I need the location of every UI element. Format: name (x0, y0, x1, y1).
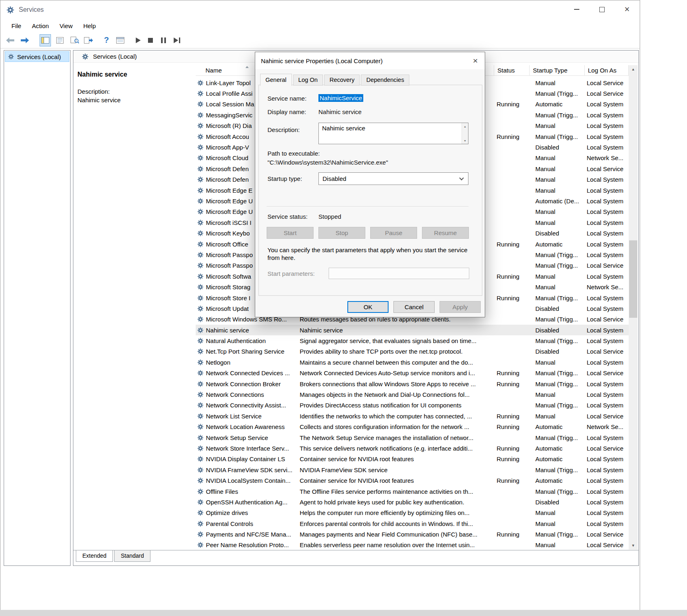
dialog-title: Nahimic service Properties (Local Comput… (261, 57, 382, 64)
service-log-on-as: Local System (585, 466, 629, 473)
scroll-up-icon[interactable]: ▲ (462, 123, 468, 129)
service-name: Microsoft Office (206, 241, 248, 248)
table-row[interactable]: Network List Service Identifies the netw… (196, 411, 629, 421)
service-startup-type: Manual (Trigg... (530, 262, 585, 269)
start-button: Start (267, 227, 314, 239)
table-row[interactable]: Net.Tcp Port Sharing Service Provides ab… (196, 346, 629, 357)
display-name-label: Display name: (267, 108, 306, 115)
service-name: NVIDIA Display Container LS (206, 455, 285, 462)
table-row[interactable]: Peer Name Resolution Proto... Enables se… (196, 540, 629, 550)
ok-button[interactable]: OK (347, 301, 389, 313)
back-button[interactable] (4, 34, 17, 46)
export-list-button[interactable] (82, 34, 95, 46)
service-name: Microsoft Keybo (206, 230, 250, 237)
table-row[interactable]: Network Connectivity Assist... Provides … (196, 400, 629, 411)
minimize-button[interactable] (564, 0, 589, 18)
tab-recovery[interactable]: Recovery (324, 75, 360, 86)
service-description: Provides ability to share TCP ports over… (298, 348, 494, 355)
tree-item-services-local[interactable]: Services (Local) (5, 51, 69, 62)
service-name: OpenSSH Authentication Ag... (206, 499, 287, 506)
tab-extended[interactable]: Extended (76, 550, 113, 562)
help-button[interactable]: ? (101, 34, 112, 46)
service-log-on-as: Local System (585, 455, 629, 462)
dialog-tab-page (258, 85, 482, 296)
service-gear-icon (197, 316, 204, 323)
table-row[interactable]: Network Connection Broker Brokers connec… (196, 378, 629, 389)
table-row[interactable]: Nahimic service Nahimic service Disabled… (196, 325, 629, 335)
table-row[interactable]: Offline Files The Offline Files service … (196, 486, 629, 497)
view-button[interactable] (115, 34, 126, 46)
service-gear-icon (197, 531, 204, 538)
table-row[interactable]: NVIDIA LocalSystem Contain... Container … (196, 475, 629, 486)
table-row[interactable]: Payments and NFC/SE Mana... Manages paym… (196, 529, 629, 539)
service-gear-icon (197, 144, 204, 151)
stop-service-button[interactable] (145, 34, 156, 46)
pause-service-button[interactable] (158, 34, 169, 46)
table-row[interactable]: NVIDIA Display Container LS Container se… (196, 454, 629, 464)
table-row[interactable]: Optimize drives Helps the computer run m… (196, 508, 629, 518)
service-log-on-as: Local System (585, 112, 629, 119)
service-startup-type: Manual (530, 359, 585, 366)
column-header-startup-type[interactable]: Startup Type (530, 65, 585, 75)
column-header-log-on-as[interactable]: Log On As (585, 65, 629, 75)
table-row[interactable]: Network Connections Manages objects in t… (196, 389, 629, 400)
table-row[interactable]: Network Location Awareness Collects and … (196, 422, 629, 432)
service-name: Microsoft Defen (206, 165, 249, 172)
scroll-down-icon[interactable]: ▼ (629, 541, 638, 550)
service-startup-type: Disabled (530, 499, 585, 506)
service-startup-type: Manual (530, 391, 585, 398)
selected-service-title: Nahimic service (77, 71, 196, 78)
cancel-button[interactable]: Cancel (393, 301, 435, 313)
table-scrollbar[interactable]: ▲ ▼ (629, 65, 638, 550)
service-name-value[interactable]: NahimicService (318, 94, 363, 102)
service-status: Running (494, 370, 530, 376)
service-description: Nahimic service (298, 327, 494, 334)
show-console-tree-button[interactable] (40, 34, 51, 46)
tab-log-on[interactable]: Log On (293, 75, 323, 86)
table-row[interactable]: Netlogon Maintains a secure channel betw… (196, 357, 629, 367)
table-row[interactable]: Parental Controls Enforces parental cont… (196, 518, 629, 529)
close-button[interactable]: × (614, 0, 640, 18)
menu-view[interactable]: View (54, 21, 78, 31)
dialog-close-button[interactable]: × (466, 52, 485, 69)
refresh-button[interactable] (69, 34, 81, 46)
table-row[interactable]: Network Connected Devices ... Network Co… (196, 368, 629, 378)
description-textarea[interactable]: Nahimic service ▲ ▼ (318, 123, 468, 144)
scroll-up-icon[interactable]: ▲ (629, 65, 638, 73)
tab-dependencies[interactable]: Dependencies (361, 75, 409, 86)
menu-help[interactable]: Help (78, 21, 101, 31)
tab-standard[interactable]: Standard (114, 550, 150, 562)
play-icon (136, 37, 141, 43)
column-header-status[interactable]: Status (494, 65, 530, 75)
service-log-on-as: Local System (585, 101, 629, 108)
table-row[interactable]: Network Setup Service The Network Setup … (196, 432, 629, 443)
service-gear-icon (197, 198, 204, 205)
service-description: Manages payments and Near Field Communic… (298, 531, 494, 538)
table-row[interactable]: NVIDIA FrameView SDK servi... NVIDIA Fra… (196, 464, 629, 475)
service-description: Container service for NVIDIA root featur… (298, 477, 494, 484)
textarea-scrollbar[interactable]: ▲ ▼ (462, 123, 468, 144)
restart-service-button[interactable] (171, 34, 183, 46)
table-row[interactable]: OpenSSH Authentication Ag... Agent to ho… (196, 497, 629, 507)
service-name: Network Setup Service (206, 434, 268, 441)
startup-type-dropdown[interactable]: Disabled (318, 172, 468, 185)
forward-button[interactable] (18, 34, 31, 46)
service-name: Local Profile Assi (206, 90, 252, 97)
table-row[interactable]: Natural Authentication Signal aggregator… (196, 335, 629, 346)
scrollbar-thumb[interactable] (629, 240, 637, 318)
window-controls: × (564, 0, 640, 18)
table-row[interactable]: Network Store Interface Serv... This ser… (196, 443, 629, 453)
service-log-on-as: Local System (585, 230, 629, 237)
scroll-down-icon[interactable]: ▼ (462, 138, 468, 143)
maximize-button[interactable] (589, 0, 614, 18)
tab-general[interactable]: General (260, 74, 292, 86)
menu-action[interactable]: Action (27, 21, 54, 31)
description-label: Description: (77, 88, 196, 95)
properties-button[interactable] (54, 34, 66, 46)
service-gear-icon (197, 445, 204, 452)
start-service-button[interactable] (133, 34, 144, 46)
service-gear-icon (197, 295, 204, 301)
menu-file[interactable]: File (6, 21, 27, 31)
service-name: Network Connections (206, 391, 264, 398)
service-description: Agent to hold private keys used for publ… (298, 499, 494, 506)
